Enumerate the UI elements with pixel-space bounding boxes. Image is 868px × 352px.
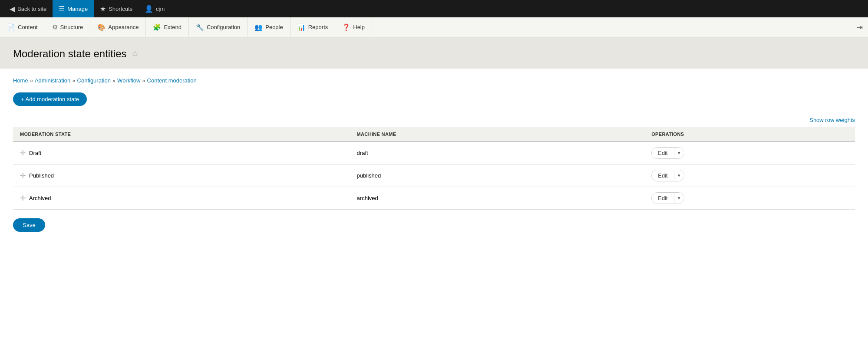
- appearance-icon: 🎨: [97, 23, 106, 31]
- shortcuts-label: Shortcuts: [109, 6, 132, 12]
- machine-name-value: draft: [350, 141, 645, 164]
- menu-icon: ☰: [59, 5, 65, 13]
- user-icon: 👤: [145, 5, 153, 13]
- star-nav-icon: ★: [100, 5, 106, 13]
- main-nav: 📄 Content ⚙ Structure 🎨 Appearance 🧩 Ext…: [0, 17, 868, 37]
- nav-extend-label: Extend: [164, 24, 181, 30]
- table-row: ✛DraftdraftEdit▾: [13, 141, 855, 164]
- add-moderation-state-button[interactable]: + Add moderation state: [13, 92, 87, 106]
- table-row: ✛ArchivedarchivedEdit▾: [13, 187, 855, 210]
- nav-structure-label: Structure: [60, 24, 83, 30]
- configuration-icon: 🔧: [196, 23, 204, 31]
- table-header-row: MODERATION STATE MACHINE NAME OPERATIONS: [13, 127, 855, 142]
- breadcrumb-home[interactable]: Home: [13, 77, 28, 84]
- machine-name-value: published: [350, 164, 645, 187]
- nav-collapse-button[interactable]: ⇥: [851, 17, 868, 37]
- edit-dropdown-button[interactable]: ▾: [674, 148, 684, 158]
- back-icon: ◀: [10, 5, 15, 13]
- extend-icon: 🧩: [153, 23, 161, 31]
- breadcrumb-sep-3: »: [112, 77, 116, 84]
- moderation-states-table: MODERATION STATE MACHINE NAME OPERATIONS…: [13, 127, 855, 210]
- manage-label: Manage: [67, 6, 88, 12]
- nav-extend[interactable]: 🧩 Extend: [146, 17, 188, 37]
- edit-button-group: Edit▾: [651, 170, 684, 181]
- column-header-operations: OPERATIONS: [644, 127, 855, 142]
- column-header-machine-name: MACHINE NAME: [350, 127, 645, 142]
- breadcrumb-administration[interactable]: Administration: [35, 77, 70, 84]
- content-area: Home » Administration » Configuration » …: [0, 69, 868, 240]
- nav-structure[interactable]: ⚙ Structure: [45, 17, 91, 37]
- edit-dropdown-button[interactable]: ▾: [674, 193, 684, 204]
- shortcuts-button[interactable]: ★ Shortcuts: [94, 0, 139, 17]
- admin-bar: ◀ Back to site ☰ Manage ★ Shortcuts 👤 cj…: [0, 0, 868, 17]
- nav-content[interactable]: 📄 Content: [0, 17, 45, 37]
- breadcrumb-sep-2: »: [72, 77, 75, 84]
- breadcrumb: Home » Administration » Configuration » …: [13, 77, 855, 84]
- reports-icon: 📊: [297, 23, 306, 31]
- table-row: ✛PublishedpublishedEdit▾: [13, 164, 855, 187]
- save-button[interactable]: Save: [13, 218, 45, 232]
- help-icon: ❓: [342, 23, 350, 31]
- back-to-site-label: Back to site: [17, 6, 46, 12]
- edit-dropdown-button[interactable]: ▾: [674, 170, 684, 181]
- breadcrumb-sep-4: »: [142, 77, 145, 84]
- breadcrumb-content-moderation[interactable]: Content moderation: [147, 77, 197, 84]
- nav-appearance[interactable]: 🎨 Appearance: [90, 17, 146, 37]
- back-to-site-button[interactable]: ◀ Back to site: [3, 0, 53, 17]
- moderation-state-name: Draft: [29, 150, 41, 156]
- edit-button-group: Edit▾: [651, 147, 684, 159]
- nav-configuration[interactable]: 🔧 Configuration: [189, 17, 248, 37]
- nav-help[interactable]: ❓ Help: [335, 17, 372, 37]
- bookmark-icon[interactable]: ☆: [132, 49, 139, 59]
- user-label: cjm: [156, 6, 165, 12]
- page-title: Moderation state entities: [13, 48, 126, 60]
- column-header-moderation-state: MODERATION STATE: [13, 127, 350, 142]
- show-row-weights-link[interactable]: Show row weights: [809, 117, 855, 123]
- structure-icon: ⚙: [52, 23, 58, 31]
- edit-button[interactable]: Edit: [652, 148, 673, 158]
- breadcrumb-configuration[interactable]: Configuration: [77, 77, 111, 84]
- edit-button-group: Edit▾: [651, 192, 684, 204]
- nav-help-label: Help: [353, 24, 365, 30]
- manage-button[interactable]: ☰ Manage: [53, 0, 94, 17]
- breadcrumb-workflow[interactable]: Workflow: [117, 77, 140, 84]
- show-row-weights-container: Show row weights: [13, 116, 855, 123]
- content-icon: 📄: [7, 23, 15, 31]
- nav-configuration-label: Configuration: [207, 24, 240, 30]
- nav-appearance-label: Appearance: [108, 24, 139, 30]
- edit-button[interactable]: Edit: [652, 170, 673, 181]
- nav-content-label: Content: [18, 24, 38, 30]
- machine-name-value: archived: [350, 187, 645, 210]
- people-icon: 👥: [254, 23, 263, 31]
- moderation-state-name: Archived: [29, 195, 51, 201]
- breadcrumb-sep-1: »: [30, 77, 33, 84]
- drag-handle-icon[interactable]: ✛: [20, 149, 26, 157]
- edit-button[interactable]: Edit: [652, 193, 673, 204]
- nav-people[interactable]: 👥 People: [248, 17, 290, 37]
- nav-people-label: People: [265, 24, 283, 30]
- nav-reports-label: Reports: [308, 24, 328, 30]
- moderation-state-name: Published: [29, 172, 54, 179]
- nav-reports[interactable]: 📊 Reports: [290, 17, 336, 37]
- drag-handle-icon[interactable]: ✛: [20, 171, 26, 180]
- page-header: Moderation state entities ☆: [0, 37, 868, 69]
- user-button[interactable]: 👤 cjm: [139, 0, 171, 17]
- drag-handle-icon[interactable]: ✛: [20, 194, 26, 202]
